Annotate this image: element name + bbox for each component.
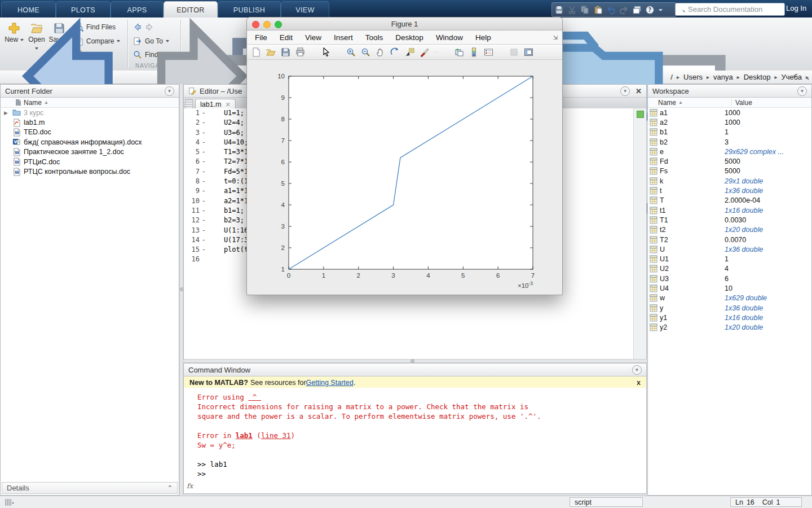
current-folder-menu-icon[interactable]: ▼ — [165, 86, 174, 96]
workspace-variable-row[interactable]: b11 — [648, 128, 811, 137]
fx-icon[interactable]: fx — [187, 481, 193, 491]
colorbar-icon[interactable] — [469, 47, 479, 57]
figure-window[interactable]: Figure 1 FileEditViewInsertToolsDesktopW… — [246, 17, 563, 295]
figure-menu-window[interactable]: Window — [436, 33, 463, 42]
workspace-variable-row[interactable]: U410 — [648, 283, 811, 293]
error-link[interactable]: ^ — [248, 393, 261, 401]
new-doc-icon[interactable] — [251, 47, 261, 57]
doc-search-box[interactable]: Search Documentation — [675, 3, 785, 16]
workspace-variable-row[interactable]: T2.0000e-04 — [648, 196, 811, 205]
variable-icon — [650, 177, 657, 185]
figure-menu-file[interactable]: File — [255, 33, 267, 42]
data-cursor-icon[interactable] — [405, 47, 414, 57]
figure-menu-insert[interactable]: Insert — [334, 33, 353, 42]
workspace-variable-row[interactable]: k29x1 double — [648, 176, 811, 186]
figure-menu-desktop[interactable]: Desktop — [395, 33, 423, 42]
workspace-variable-row[interactable]: U1x36 double — [648, 244, 811, 254]
variable-value: 0.0030 — [721, 216, 746, 224]
workspace-column-header[interactable]: Name▲ Value — [648, 98, 811, 108]
editor-close-icon[interactable]: ✕ — [636, 87, 642, 95]
workspace-variable-row[interactable]: a11000 — [648, 108, 811, 117]
workspace-variable-row[interactable]: U36 — [648, 274, 811, 283]
close-traffic-button[interactable] — [252, 21, 259, 28]
code-text: a1=1*1 — [208, 186, 248, 196]
command-prompt[interactable]: >> — [197, 469, 646, 479]
workspace-variable-row[interactable]: y11x16 double — [648, 313, 811, 322]
variable-name: U3 — [660, 275, 721, 283]
svg-text:W: W — [15, 160, 20, 165]
workspace-variable-row[interactable]: e29x629 complex ... — [648, 147, 811, 156]
left-splitter[interactable] — [179, 84, 183, 496]
workspace-variable-row[interactable]: U24 — [648, 264, 811, 274]
workspace-variable-row[interactable]: y21x20 double — [648, 323, 811, 332]
command-output[interactable]: Error using ^ Incorrect dimensions for r… — [184, 388, 646, 493]
workspace-variable-row[interactable]: U11 — [648, 254, 811, 264]
workspace-variable-row[interactable]: y1x36 double — [648, 303, 811, 313]
expand-arrow-icon[interactable]: ▶ — [4, 110, 10, 116]
command-window-menu-icon[interactable]: ▼ — [632, 365, 642, 375]
workspace-variable-row[interactable]: T20.0070 — [648, 235, 811, 244]
figure-menu-tools[interactable]: Tools — [365, 33, 383, 42]
plot-area[interactable]: 0123456712345678910×10-3 — [247, 59, 562, 295]
details-bar[interactable]: Details ⌃ — [2, 482, 178, 494]
workspace-variable-row[interactable]: t21x20 double — [648, 225, 811, 235]
breadcrumb-segment[interactable]: Desktop — [744, 73, 771, 81]
file-row[interactable]: WTED.doc — [1, 128, 179, 137]
search-icon — [678, 6, 686, 13]
zoom-in-icon[interactable] — [346, 47, 356, 57]
workspace-variable-row[interactable]: T10.0030 — [648, 215, 811, 225]
workspace-menu-icon[interactable]: ▼ — [797, 86, 807, 96]
figure-menu-view[interactable]: View — [305, 33, 321, 42]
editor-menu-icon[interactable]: ▼ — [620, 86, 630, 96]
figure-menu-edit[interactable]: Edit — [280, 33, 293, 42]
workspace-variable-row[interactable]: Fs5000 — [648, 167, 811, 176]
variable-name: y1 — [660, 314, 721, 322]
path-dropdown-icon[interactable] — [793, 76, 797, 78]
minimize-traffic-button[interactable] — [263, 21, 271, 28]
file-row[interactable]: WРТЦиС.doc — [1, 157, 179, 167]
plot-tools-dock-icon[interactable] — [524, 47, 533, 57]
breadcrumb-segment[interactable]: vanya — [713, 73, 733, 81]
zoom-out-icon[interactable] — [361, 47, 370, 57]
open-folder-icon[interactable] — [266, 47, 276, 57]
breadcrumb-segment[interactable]: Users — [683, 73, 703, 81]
editor-tab-grip[interactable] — [185, 99, 193, 109]
link-plot-icon[interactable] — [454, 47, 464, 57]
figure-axes[interactable]: 0123456712345678910×10-3 — [247, 59, 562, 295]
file-row[interactable]: WРТЦС контрольные вопросы.doc — [1, 167, 179, 176]
brush-icon[interactable] — [420, 47, 429, 57]
getting-started-link[interactable]: Getting Started — [306, 379, 354, 387]
editor-tab-close-icon[interactable]: ✕ — [226, 101, 231, 108]
banner-close-icon[interactable]: x — [637, 379, 641, 387]
rotate-3d-icon[interactable] — [390, 47, 400, 57]
workspace-variable-row[interactable]: w1x629 double — [648, 294, 811, 303]
workspace-variable-row[interactable]: b23 — [648, 137, 811, 147]
save-icon[interactable] — [281, 47, 290, 57]
workspace-variable-row[interactable]: t1x36 double — [648, 186, 811, 195]
plot-tools-off-icon[interactable] — [509, 47, 519, 57]
caret-icon[interactable] — [434, 47, 439, 57]
print-icon[interactable] — [295, 47, 305, 57]
file-row[interactable]: WПрактическое занятие 1_2.doc — [1, 147, 179, 157]
workspace-variable-row[interactable]: Fd5000 — [648, 156, 811, 166]
status-grip-icon[interactable] — [5, 498, 15, 506]
figure-titlebar[interactable]: Figure 1 — [247, 17, 562, 30]
editor-command-splitter[interactable] — [183, 359, 647, 363]
zoom-traffic-button[interactable] — [275, 21, 282, 28]
file-row[interactable]: lab1.m — [1, 117, 179, 127]
pan-hand-icon[interactable] — [376, 47, 385, 57]
breadcrumb-segment[interactable]: / — [670, 73, 673, 81]
path-search-icon[interactable] — [801, 72, 810, 81]
login-button[interactable]: Log In — [786, 4, 806, 12]
folder-row[interactable]: ▶3 курс — [1, 108, 179, 117]
error-link[interactable]: lab1 — [236, 431, 253, 440]
legend-icon[interactable] — [484, 47, 493, 57]
cursor-icon[interactable] — [321, 47, 330, 57]
workspace-variable-row[interactable]: a21000 — [648, 117, 811, 127]
current-folder-column-header[interactable]: Name ▲ — [1, 98, 179, 108]
workspace-variable-row[interactable]: t11x16 double — [648, 205, 811, 215]
details-expand-icon[interactable]: ⌃ — [167, 484, 173, 492]
error-link[interactable]: line 31 — [261, 431, 291, 440]
figure-menu-help[interactable]: Help — [475, 33, 491, 42]
file-row[interactable]: W бжд( справочная информация).docx — [1, 137, 179, 147]
